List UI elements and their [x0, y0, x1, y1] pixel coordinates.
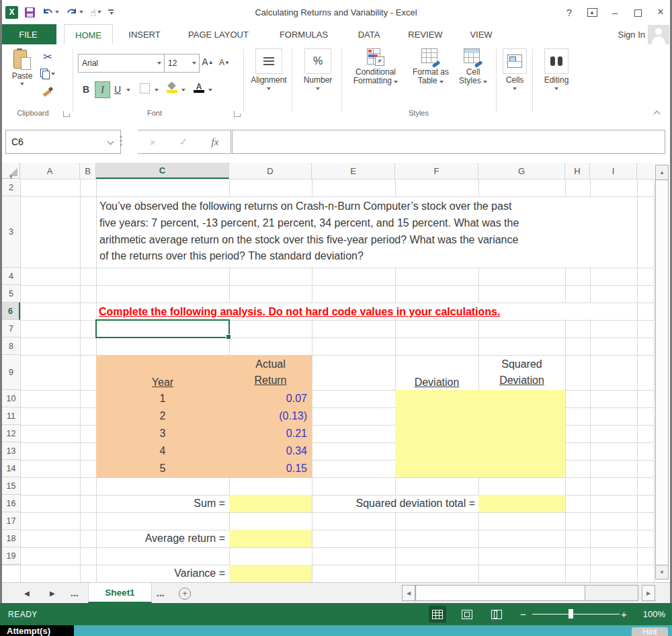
return-cell-2[interactable]: (0.13)	[229, 407, 307, 425]
insert-function-button[interactable]: fx	[212, 136, 219, 148]
page-break-view-button[interactable]	[488, 606, 505, 623]
variance-input-cell[interactable]	[229, 565, 312, 582]
row-header-3[interactable]: 3	[2, 196, 20, 268]
zoom-level[interactable]: 100%	[643, 603, 665, 625]
scroll-down-icon[interactable]: ▼	[656, 565, 668, 579]
row-header-6[interactable]: 6	[2, 303, 20, 320]
column-header-I[interactable]: I	[590, 163, 637, 179]
fill-color-dropdown-icon[interactable]	[181, 89, 185, 91]
tab-view[interactable]: VIEW	[460, 24, 503, 44]
redo-dropdown-icon[interactable]	[79, 11, 83, 13]
vertical-scrollbar[interactable]: ▲ ▼	[655, 165, 669, 580]
tab-data[interactable]: DATA	[347, 24, 391, 44]
sheet-tab-sheet1[interactable]: Sheet1	[88, 583, 152, 603]
tab-home[interactable]: HOME	[64, 24, 113, 45]
alignment-group-button[interactable]: Alignment	[249, 48, 289, 90]
column-header-F[interactable]: F	[395, 163, 478, 179]
sign-in-link[interactable]: Sign In	[618, 24, 645, 44]
squared-deviation-total-label-cell[interactable]: Squared deviation total =	[312, 495, 475, 512]
average-return-input-cell[interactable]	[229, 530, 312, 547]
row-header-13[interactable]: 13	[2, 442, 20, 460]
underline-dropdown-icon[interactable]	[126, 89, 130, 91]
row-header-9[interactable]: 9	[2, 355, 20, 390]
decrease-font-size-button[interactable]: A▼	[218, 55, 231, 70]
name-box-dropdown-icon[interactable]	[108, 138, 114, 145]
close-button[interactable]: ×	[649, 0, 672, 24]
tab-insert[interactable]: INSERT	[118, 24, 171, 44]
deviation-input-cells[interactable]	[395, 390, 565, 477]
bold-button[interactable]: B	[79, 82, 93, 97]
squared-deviation-header-cell[interactable]: SquaredDeviation	[478, 355, 565, 389]
column-header-E[interactable]: E	[312, 163, 395, 179]
page-layout-view-button[interactable]	[458, 606, 476, 623]
row-header-17[interactable]: 17	[2, 512, 20, 530]
font-color-button[interactable]: A	[194, 82, 204, 93]
format-painter-button[interactable]	[40, 85, 55, 98]
row-header-2[interactable]: 2	[2, 179, 20, 196]
customize-qat-button[interactable]	[108, 9, 114, 15]
cut-button[interactable]: ✂	[40, 50, 55, 64]
font-name-combo[interactable]: Arial	[78, 54, 165, 73]
sum-input-cell[interactable]	[229, 495, 312, 512]
user-avatar[interactable]	[648, 25, 669, 44]
conditional-formatting-button[interactable]: ≠ ConditionalFormatting	[348, 48, 403, 85]
zoom-in-button[interactable]: +	[621, 603, 627, 625]
year-cell-2[interactable]: 2	[96, 407, 229, 425]
minimize-button[interactable]: –	[603, 0, 626, 24]
row-header-5[interactable]: 5	[2, 285, 20, 303]
row-header-15[interactable]: 15	[2, 477, 20, 495]
borders-button[interactable]	[140, 83, 150, 93]
confirm-entry-icon[interactable]: ✓	[179, 136, 188, 148]
name-box[interactable]: C6	[5, 130, 121, 154]
font-color-dropdown-icon[interactable]	[208, 89, 212, 91]
clipboard-dialog-launcher[interactable]	[63, 111, 69, 117]
borders-dropdown-icon[interactable]	[155, 89, 159, 91]
horizontal-scrollbar-thumb[interactable]	[417, 586, 585, 600]
row-header-4[interactable]: 4	[2, 268, 20, 285]
fill-color-button[interactable]	[167, 82, 177, 93]
help-button[interactable]: ?	[558, 0, 581, 24]
column-header-B[interactable]: B	[80, 163, 96, 179]
italic-button[interactable]: I	[95, 81, 110, 98]
column-header-H[interactable]: H	[565, 163, 590, 179]
zoom-out-button[interactable]: −	[520, 603, 526, 625]
font-size-combo[interactable]: 12	[164, 54, 200, 73]
restore-button[interactable]	[626, 0, 649, 24]
problem-text-cell[interactable]: You’ve observed the following returns on…	[99, 198, 637, 265]
editing-group-button[interactable]: Editing	[538, 48, 575, 90]
sheet-list-right-button[interactable]: ...	[157, 583, 165, 603]
font-dialog-launcher[interactable]	[234, 111, 240, 117]
column-header-G[interactable]: G	[478, 163, 565, 179]
vertical-scrollbar-thumb[interactable]	[656, 180, 668, 565]
tab-page-layout[interactable]: PAGE LAYOUT	[176, 24, 261, 44]
touch-mode-dropdown-icon[interactable]	[97, 11, 101, 13]
row-header-7[interactable]: 7	[2, 320, 20, 337]
year-cell-4[interactable]: 4	[96, 442, 229, 460]
instruction-text-cell[interactable]: Complete the following analysis. Do not …	[99, 304, 500, 320]
collapse-ribbon-button[interactable]	[654, 111, 661, 118]
column-header-D[interactable]: D	[229, 163, 312, 179]
year-cell-5[interactable]: 5	[96, 460, 229, 477]
return-cell-4[interactable]: 0.34	[229, 442, 307, 460]
tab-review[interactable]: REVIEW	[398, 24, 453, 44]
hint-button[interactable]: Hint	[632, 627, 668, 636]
tab-file[interactable]: FILE	[0, 24, 56, 44]
sum-label-cell[interactable]: Sum =	[96, 495, 225, 512]
return-cell-3[interactable]: 0.21	[229, 425, 307, 442]
variance-label-cell[interactable]: Variance =	[96, 565, 225, 582]
sheet-list-left-button[interactable]: ...	[71, 583, 79, 603]
new-sheet-button[interactable]: +	[179, 588, 191, 600]
row-header-8[interactable]: 8	[2, 337, 20, 355]
undo-button[interactable]	[42, 7, 59, 17]
selected-cell-c6[interactable]	[95, 319, 230, 338]
fill-handle[interactable]	[226, 334, 231, 340]
return-cell-5[interactable]: 0.15	[229, 460, 307, 477]
year-cell-3[interactable]: 3	[96, 425, 229, 442]
copy-button[interactable]	[40, 67, 55, 81]
squared-deviation-total-input-cell[interactable]	[478, 495, 565, 512]
deviation-header-cell[interactable]: Deviation	[395, 355, 478, 389]
increase-font-size-button[interactable]: A▲	[200, 54, 215, 70]
cells-group-button[interactable]: Cells	[500, 48, 530, 90]
row-header-14[interactable]: 14	[2, 460, 20, 477]
excel-app-icon[interactable]: X	[5, 6, 18, 19]
